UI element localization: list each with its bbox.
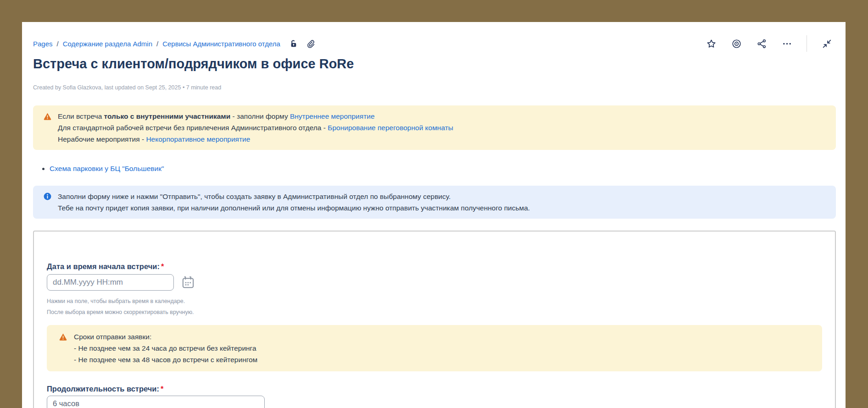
warning-line-3: Нерабочие мероприятия - Некорпоративное … bbox=[58, 133, 453, 145]
breadcrumb: Pages / Содержание раздела Admin / Серви… bbox=[33, 39, 315, 49]
info-line-2: Тебе на почту придет копия заявки, при н… bbox=[58, 202, 530, 214]
breadcrumb-admin-section[interactable]: Содержание раздела Admin bbox=[63, 40, 152, 48]
warning-panel: Если встреча только с внутренними участн… bbox=[33, 105, 836, 150]
info-panel-body: Заполни форму ниже и нажми "Отправить", … bbox=[58, 191, 530, 214]
link-parking-map[interactable]: Схема парковки у БЦ "Большевик" bbox=[50, 165, 164, 172]
toolbar-divider bbox=[807, 35, 807, 52]
link-meeting-room-booking[interactable]: Бронирование переговорной комнаты bbox=[328, 124, 453, 132]
warning-text: Для стандартной рабочей встречи без прив… bbox=[58, 124, 328, 132]
deadline-line-1: Сроки отправки заявки: bbox=[74, 331, 257, 342]
duration-field-label: Продолжительность встречи:* bbox=[47, 384, 822, 393]
share-icon[interactable] bbox=[756, 38, 767, 49]
collapse-icon[interactable] bbox=[821, 38, 832, 49]
info-panel: Заполни форму ниже и нажми "Отправить", … bbox=[33, 186, 836, 219]
warning-icon bbox=[43, 112, 52, 124]
datetime-help-2: После выбора время можно скорректировать… bbox=[47, 309, 822, 316]
warning-bold-text: только с внутренними участниками bbox=[104, 112, 231, 120]
duration-input[interactable] bbox=[47, 396, 265, 408]
list-item: Схема парковки у БЦ "Большевик" bbox=[50, 164, 836, 174]
datetime-input-row bbox=[47, 274, 822, 291]
unlock-icon[interactable] bbox=[289, 39, 299, 49]
link-noncorporate-event[interactable]: Некорпоративное мероприятие bbox=[146, 135, 250, 143]
deadline-warning-panel: Сроки отправки заявки: - Не позднее чем … bbox=[47, 325, 822, 371]
required-mark: * bbox=[161, 262, 164, 270]
watch-eye-icon[interactable] bbox=[731, 38, 742, 49]
page-toolbar bbox=[691, 35, 836, 52]
header-row: Pages / Содержание раздела Admin / Серви… bbox=[33, 35, 836, 52]
page-card: Pages / Содержание раздела Admin / Серви… bbox=[22, 22, 846, 408]
bullet-list: Схема парковки у БЦ "Большевик" bbox=[33, 164, 836, 174]
required-mark: * bbox=[161, 385, 163, 393]
link-internal-event[interactable]: Внутреннее мероприятие bbox=[290, 112, 375, 120]
breadcrumb-pages[interactable]: Pages bbox=[33, 40, 53, 48]
info-line-1: Заполни форму ниже и нажми "Отправить", … bbox=[58, 191, 530, 202]
warning-text: Если встреча bbox=[58, 112, 104, 120]
warning-text: - заполни форму bbox=[230, 112, 290, 120]
paperclip-icon[interactable] bbox=[305, 39, 315, 49]
info-icon bbox=[43, 192, 52, 204]
warning-text: Нерабочие мероприятия - bbox=[58, 135, 146, 143]
page-title: Встреча с клиентом/подрядчиком в офисе R… bbox=[33, 55, 836, 72]
breadcrumb-separator: / bbox=[57, 40, 59, 48]
warning-icon bbox=[59, 332, 67, 344]
star-favorite-icon[interactable] bbox=[706, 38, 717, 49]
warning-panel-body: Если встреча только с внутренними участн… bbox=[58, 110, 453, 145]
more-ellipsis-icon[interactable] bbox=[781, 38, 792, 49]
datetime-help-1: Нажми на поле, чтобы выбрать время в кал… bbox=[47, 298, 822, 305]
calendar-icon[interactable] bbox=[181, 275, 195, 290]
datetime-input[interactable] bbox=[47, 274, 174, 291]
deadline-line-2: - Не позднее чем за 24 часа до встречи б… bbox=[74, 342, 257, 354]
warning-line-1: Если встреча только с внутренними участн… bbox=[58, 110, 453, 122]
breadcrumb-separator: / bbox=[156, 40, 158, 48]
breadcrumb-admin-services[interactable]: Сервисы Административного отдела bbox=[162, 40, 280, 48]
warning-line-2: Для стандартной рабочей встречи без прив… bbox=[58, 122, 453, 133]
deadline-panel-body: Сроки отправки заявки: - Не позднее чем … bbox=[74, 331, 257, 365]
byline: Created by Sofia Glazkova, last updated … bbox=[33, 84, 836, 91]
service-request-form: Дата и время начала встречи:* Нажми на п… bbox=[33, 231, 836, 408]
datetime-field-label: Дата и время начала встречи:* bbox=[47, 262, 822, 271]
deadline-line-3: - Не позднее чем за 48 часов до встречи … bbox=[74, 354, 257, 365]
